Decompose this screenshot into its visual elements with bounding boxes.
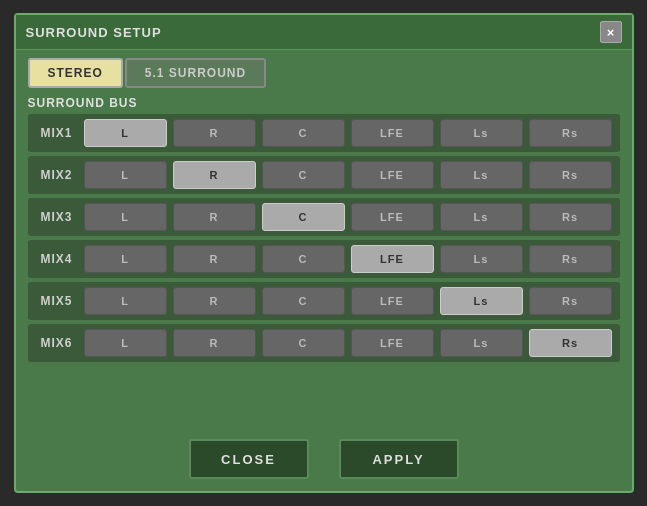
mix6-btn-R[interactable]: R [173, 329, 256, 357]
tabs-row: STEREO 5.1 SURROUND [16, 50, 632, 88]
mix5-btn-Rs[interactable]: Rs [529, 287, 612, 315]
mix4-btn-LFE[interactable]: LFE [351, 245, 434, 273]
mix2-btn-Ls[interactable]: Ls [440, 161, 523, 189]
mix4-label: MIX4 [36, 252, 78, 266]
mix4-btn-Ls[interactable]: Ls [440, 245, 523, 273]
mix1-btn-L[interactable]: L [84, 119, 167, 147]
tab-surround51[interactable]: 5.1 SURROUND [125, 58, 266, 88]
mix4-btn-R[interactable]: R [173, 245, 256, 273]
mix-row-2: MIX2 L R C LFE Ls Rs [28, 156, 620, 194]
mix3-btn-LFE[interactable]: LFE [351, 203, 434, 231]
mix2-label: MIX2 [36, 168, 78, 182]
mix-row-6: MIX6 L R C LFE Ls Rs [28, 324, 620, 362]
mix2-btn-Rs[interactable]: Rs [529, 161, 612, 189]
mix1-btn-Ls[interactable]: Ls [440, 119, 523, 147]
dialog-title: SURROUND SETUP [26, 25, 162, 40]
mix-grid: MIX1 L R C LFE Ls Rs MIX2 L R C LFE Ls R… [16, 114, 632, 427]
mix5-label: MIX5 [36, 294, 78, 308]
mix2-btn-C[interactable]: C [262, 161, 345, 189]
mix2-btn-R[interactable]: R [173, 161, 256, 189]
mix5-btn-LFE[interactable]: LFE [351, 287, 434, 315]
mix4-btn-Rs[interactable]: Rs [529, 245, 612, 273]
mix3-btn-Rs[interactable]: Rs [529, 203, 612, 231]
mix3-btn-L[interactable]: L [84, 203, 167, 231]
mix6-label: MIX6 [36, 336, 78, 350]
mix6-btn-LFE[interactable]: LFE [351, 329, 434, 357]
footer: CLOSE APPLY [16, 427, 632, 491]
mix6-btn-Rs[interactable]: Rs [529, 329, 612, 357]
mix2-btn-LFE[interactable]: LFE [351, 161, 434, 189]
mix-row-1: MIX1 L R C LFE Ls Rs [28, 114, 620, 152]
mix1-btn-Rs[interactable]: Rs [529, 119, 612, 147]
tab-stereo[interactable]: STEREO [28, 58, 123, 88]
mix4-btn-C[interactable]: C [262, 245, 345, 273]
mix-row-5: MIX5 L R C LFE Ls Rs [28, 282, 620, 320]
mix1-btn-LFE[interactable]: LFE [351, 119, 434, 147]
mix1-btn-C[interactable]: C [262, 119, 345, 147]
title-bar: SURROUND SETUP × [16, 15, 632, 50]
mix-row-4: MIX4 L R C LFE Ls Rs [28, 240, 620, 278]
mix6-btn-L[interactable]: L [84, 329, 167, 357]
mix6-btn-Ls[interactable]: Ls [440, 329, 523, 357]
mix1-label: MIX1 [36, 126, 78, 140]
section-label: SURROUND BUS [16, 88, 632, 114]
mix-row-3: MIX3 L R C LFE Ls Rs [28, 198, 620, 236]
mix2-btn-L[interactable]: L [84, 161, 167, 189]
close-button[interactable]: CLOSE [189, 439, 309, 479]
apply-button[interactable]: APPLY [339, 439, 459, 479]
mix5-btn-R[interactable]: R [173, 287, 256, 315]
mix6-btn-C[interactable]: C [262, 329, 345, 357]
mix3-btn-R[interactable]: R [173, 203, 256, 231]
close-x-button[interactable]: × [600, 21, 622, 43]
mix3-btn-C[interactable]: C [262, 203, 345, 231]
mix3-btn-Ls[interactable]: Ls [440, 203, 523, 231]
mix3-label: MIX3 [36, 210, 78, 224]
mix5-btn-Ls[interactable]: Ls [440, 287, 523, 315]
mix5-btn-C[interactable]: C [262, 287, 345, 315]
mix1-btn-R[interactable]: R [173, 119, 256, 147]
mix5-btn-L[interactable]: L [84, 287, 167, 315]
surround-setup-dialog: SURROUND SETUP × STEREO 5.1 SURROUND SUR… [14, 13, 634, 493]
mix4-btn-L[interactable]: L [84, 245, 167, 273]
